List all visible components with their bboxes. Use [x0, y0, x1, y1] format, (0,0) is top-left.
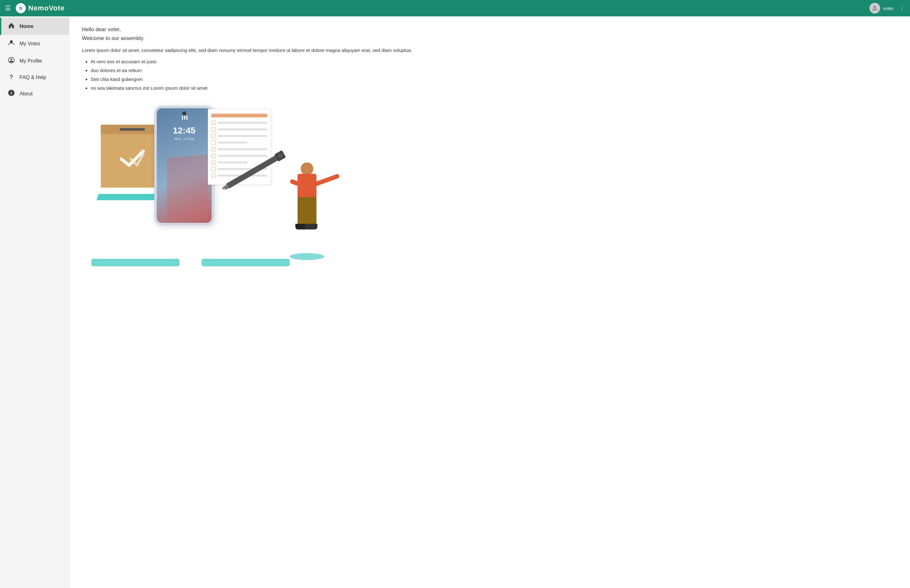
greeting-text: Hello dear voter, — [82, 26, 897, 33]
box-slot — [120, 128, 145, 131]
person-pants — [297, 197, 317, 225]
ballot-shadow — [91, 259, 179, 266]
home-icon — [8, 22, 15, 31]
check-line-4 — [218, 142, 247, 144]
person-shoe-right — [305, 224, 317, 229]
sidebar-item-my-votes[interactable]: My Votes — [0, 35, 69, 52]
sidebar-label-my-votes: My Votes — [19, 41, 40, 47]
description-text: Lorem ipsum dolor sit amet, consetetur s… — [82, 47, 897, 54]
check-box-9 — [211, 173, 216, 178]
bullet-item-3: Stet clita kasd gubergren — [91, 76, 897, 83]
checklist-row-2 — [211, 127, 267, 132]
header: ☰ N NemoVote voter ⋮ — [0, 0, 910, 16]
logo: N NemoVote — [16, 3, 65, 13]
check-box-2 — [211, 127, 216, 132]
bullet-item-4: no sea takimata sanctus est Lorem ipsum … — [91, 84, 897, 92]
checklist-row-6 — [211, 153, 267, 158]
person-shadow — [290, 253, 324, 260]
check-box-6 — [211, 153, 216, 158]
svg-point-0 — [873, 6, 876, 8]
app-layout: Home My Votes My Profile ? FAQ & Help i … — [0, 16, 910, 588]
main-content: Hello dear voter, Welcome to our assembl… — [69, 16, 910, 588]
checklist-shadow — [202, 259, 290, 266]
check-line-7 — [218, 162, 247, 163]
sidebar-label-about: About — [19, 91, 33, 97]
sidebar-label-faq: FAQ & Help — [19, 74, 46, 80]
sidebar-item-home[interactable]: Home — [0, 18, 69, 35]
sidebar: Home My Votes My Profile ? FAQ & Help i … — [0, 16, 69, 588]
logo-text: NemoVote — [28, 4, 65, 12]
my-votes-icon — [8, 39, 15, 48]
check-line-5 — [218, 148, 267, 150]
phone-date: Mon, 14 Sep — [175, 137, 194, 141]
illustration: ▐▐▐ 12:45 Mon, 14 Sep — [82, 100, 328, 276]
sidebar-label-home: Home — [19, 24, 33, 29]
about-icon: i — [8, 89, 15, 98]
check-box-4 — [211, 141, 216, 145]
phone-signal: ▐▐▐ — [181, 116, 187, 119]
sidebar-label-my-profile: My Profile — [19, 58, 42, 64]
options-icon[interactable]: ⋮ — [899, 5, 905, 12]
svg-point-3 — [10, 58, 12, 60]
menu-icon[interactable]: ☰ — [5, 5, 11, 12]
welcome-text: Welcome to our assembly. — [82, 35, 897, 42]
svg-text:i: i — [11, 90, 12, 95]
sidebar-item-faq[interactable]: ? FAQ & Help — [0, 69, 69, 85]
logo-letter: N — [19, 6, 23, 11]
checklist-row-3 — [211, 134, 267, 138]
user-name: voter — [883, 6, 894, 11]
checklist-header-bar — [211, 114, 267, 118]
check-box-5 — [211, 147, 216, 152]
checklist-row-4 — [211, 141, 267, 145]
checklist-row-1 — [211, 121, 267, 125]
bullet-item-2: duo dolores et ea rebum — [91, 67, 897, 74]
box-check-icon — [120, 150, 145, 172]
my-profile-icon — [8, 57, 15, 65]
bullet-item-1: At vero eos et accusam et justo — [91, 58, 897, 65]
phone-time: 12:45 — [173, 126, 196, 136]
avatar[interactable] — [870, 3, 880, 13]
check-line-1 — [218, 122, 267, 124]
svg-point-1 — [10, 40, 13, 43]
pink-overlay — [167, 154, 208, 221]
logo-circle: N — [16, 3, 26, 13]
check-line-6 — [218, 155, 267, 157]
check-box-3 — [211, 134, 216, 138]
sidebar-item-my-profile[interactable]: My Profile — [0, 52, 69, 69]
person-head — [301, 162, 313, 175]
header-right: voter ⋮ — [870, 3, 905, 13]
check-line-2 — [218, 128, 267, 130]
bullet-list: At vero eos et accusam et justo duo dolo… — [82, 58, 897, 92]
sidebar-item-about[interactable]: i About — [0, 85, 69, 102]
check-box-8 — [211, 167, 216, 171]
checklist-row-5 — [211, 147, 267, 152]
phone-notch — [182, 111, 186, 115]
check-box-1 — [211, 121, 216, 125]
check-line-3 — [218, 135, 267, 137]
person — [286, 162, 328, 257]
check-box-7 — [211, 160, 216, 165]
faq-icon: ? — [8, 74, 15, 81]
